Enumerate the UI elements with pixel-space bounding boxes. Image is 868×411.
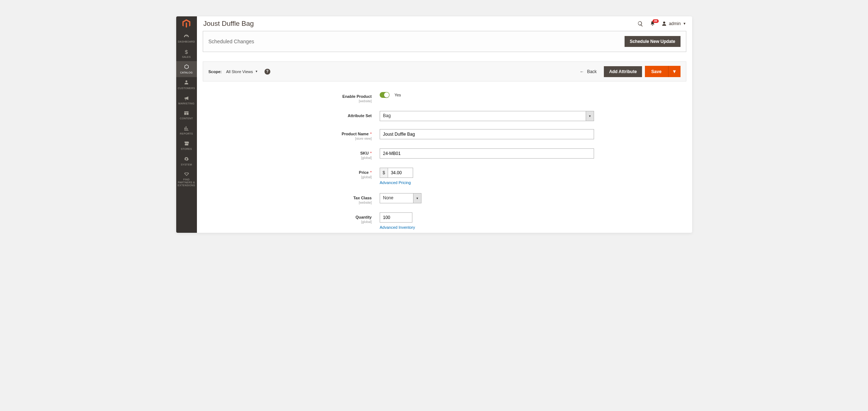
topbar: Joust Duffle Bag 39 admin ▼ (197, 16, 692, 31)
sidebar-label: DASHBOARD (178, 40, 195, 43)
chevron-down-icon: ▼ (683, 22, 686, 25)
price-label: Price (359, 170, 369, 175)
sidebar-item-customers[interactable]: CUSTOMERS (176, 77, 197, 93)
page-title: Joust Duffle Bag (203, 20, 637, 28)
sidebar-label: FIND PARTNERS & EXTENSIONS (177, 178, 196, 187)
attribute-set-select[interactable]: Bag ▼ (380, 111, 594, 121)
product-form: Enable Product [website] Yes Attribute S… (281, 92, 608, 233)
sidebar-item-stores[interactable]: STORES (176, 138, 197, 153)
chart-icon (184, 126, 189, 131)
product-name-input[interactable] (380, 129, 594, 139)
gear-icon (184, 156, 189, 162)
advanced-pricing-link[interactable]: Advanced Pricing (380, 180, 411, 185)
dollar-icon: $ (185, 49, 188, 55)
product-name-scope: [store view] (284, 137, 372, 140)
sidebar-label: SALES (182, 56, 191, 59)
sku-scope: [global] (284, 156, 372, 160)
scheduled-changes-panel: Scheduled Changes Schedule New Update (203, 31, 686, 52)
sidebar-label: CATALOG (180, 71, 193, 74)
save-dropdown-toggle[interactable]: ▼ (668, 66, 681, 77)
search-icon[interactable] (637, 21, 643, 27)
currency-symbol: $ (380, 168, 388, 178)
admin-sidebar: DASHBOARD $ SALES CATALOG CUSTOMERS MARK… (176, 16, 197, 233)
partners-icon (184, 172, 189, 177)
store-icon (184, 141, 189, 147)
notification-badge: 39 (653, 19, 659, 23)
add-attribute-button[interactable]: Add Attribute (604, 66, 642, 77)
price-scope: [global] (284, 175, 372, 179)
enable-product-toggle[interactable] (380, 92, 389, 98)
sidebar-item-sales[interactable]: $ SALES (176, 46, 197, 61)
scope-label: Scope: (209, 69, 222, 74)
sidebar-item-dashboard[interactable]: DASHBOARD (176, 31, 197, 46)
dashboard-icon (183, 34, 189, 39)
admin-username: admin (669, 21, 681, 26)
sidebar-item-partners[interactable]: FIND PARTNERS & EXTENSIONS (176, 169, 197, 189)
schedule-new-update-button[interactable]: Schedule New Update (625, 36, 680, 47)
chevron-down-icon: ▼ (586, 111, 594, 121)
sidebar-item-marketing[interactable]: MARKETING (176, 93, 197, 108)
back-button[interactable]: ← Back (580, 69, 597, 74)
attribute-set-value: Bag (380, 111, 586, 121)
sidebar-label: SYSTEM (181, 163, 192, 166)
help-icon[interactable]: ? (265, 69, 270, 75)
admin-account-menu[interactable]: admin ▼ (662, 21, 686, 26)
product-name-label: Product Name (342, 132, 369, 136)
sidebar-label: CUSTOMERS (178, 87, 195, 90)
quantity-label: Quantity (355, 215, 372, 219)
chevron-down-icon: ▼ (672, 69, 677, 74)
enable-product-label: Enable Product (342, 94, 372, 99)
required-mark: * (370, 132, 372, 136)
required-mark: * (370, 151, 372, 155)
tax-class-label: Tax Class (353, 196, 372, 200)
layout-icon (184, 111, 189, 116)
main-content: Joust Duffle Bag 39 admin ▼ Scheduled Ch… (197, 16, 692, 233)
sidebar-label: STORES (181, 148, 192, 151)
sidebar-item-catalog[interactable]: CATALOG (176, 61, 197, 77)
sku-input[interactable] (380, 148, 594, 159)
magento-logo-icon (182, 19, 190, 28)
scope-value: All Store Views (226, 69, 253, 74)
quantity-input[interactable] (380, 212, 412, 223)
required-mark: * (370, 170, 372, 175)
chevron-down-icon: ▼ (255, 70, 258, 73)
tax-class-select[interactable]: None ▼ (380, 193, 421, 203)
scope-selector[interactable]: All Store Views ▼ (226, 69, 258, 74)
enable-product-scope: [website] (284, 99, 372, 103)
scheduled-changes-title: Scheduled Changes (209, 39, 254, 44)
sku-label: SKU (360, 151, 368, 155)
sidebar-label: REPORTS (180, 132, 193, 135)
back-label: Back (587, 69, 597, 74)
quantity-scope: [global] (284, 220, 372, 224)
save-button[interactable]: Save (645, 66, 668, 77)
action-bar: Scope: All Store Views ▼ ? ← Back Add At… (203, 61, 686, 81)
user-icon (662, 21, 667, 26)
sidebar-item-reports[interactable]: REPORTS (176, 123, 197, 138)
arrow-left-icon: ← (580, 69, 584, 74)
notifications-icon[interactable]: 39 (650, 21, 655, 27)
megaphone-icon (184, 96, 189, 101)
sidebar-label: MARKETING (178, 102, 194, 105)
cube-icon (184, 64, 189, 70)
tax-class-scope: [website] (284, 201, 372, 204)
sidebar-label: CONTENT (180, 117, 193, 120)
enable-product-value: Yes (395, 93, 401, 97)
person-icon (184, 80, 189, 86)
attribute-set-label: Attribute Set (348, 113, 372, 118)
sidebar-item-system[interactable]: SYSTEM (176, 153, 197, 169)
save-button-group: Save ▼ (645, 66, 681, 77)
price-input[interactable] (388, 168, 413, 178)
advanced-inventory-link[interactable]: Advanced Inventory (380, 225, 415, 230)
tax-class-value: None (380, 193, 413, 203)
magento-logo[interactable] (176, 16, 197, 31)
sidebar-item-content[interactable]: CONTENT (176, 108, 197, 123)
chevron-down-icon: ▼ (413, 193, 421, 203)
